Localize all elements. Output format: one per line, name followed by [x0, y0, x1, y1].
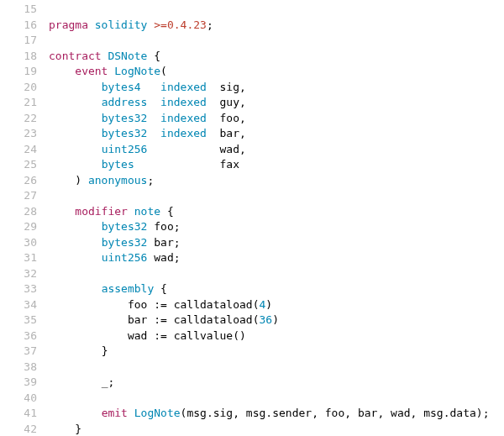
code-line[interactable]: uint256 wad,	[49, 142, 504, 158]
code-line[interactable]	[49, 360, 504, 376]
code-token: solidity	[95, 18, 148, 31]
code-token: bar	[220, 127, 239, 139]
code-token	[154, 282, 160, 295]
code-token: ,	[312, 407, 325, 419]
code-token: (	[160, 65, 167, 77]
code-token: );	[476, 407, 490, 419]
code-token: wad	[220, 143, 239, 155]
code-token: >=0.4.23	[154, 18, 207, 31]
code-line[interactable]: assembly {	[49, 281, 504, 297]
code-token: ;	[207, 18, 213, 31]
code-line[interactable]: bytes32 indexed foo,	[49, 111, 504, 127]
code-token	[128, 407, 134, 419]
line-number: 41	[0, 406, 37, 422]
code-token: wad	[154, 251, 173, 264]
code-token: ;	[174, 251, 181, 264]
code-line[interactable]	[49, 188, 504, 204]
line-number: 23	[0, 126, 37, 142]
code-token: anonymous	[88, 174, 147, 186]
code-token: ()	[233, 329, 246, 342]
code-line[interactable]: bar := calldataload(36)	[49, 313, 504, 328]
code-token: {	[154, 50, 160, 62]
code-token	[49, 205, 75, 218]
line-number: 27	[0, 188, 37, 204]
code-line[interactable]: }	[49, 422, 504, 437]
code-token	[49, 329, 128, 342]
code-token	[49, 96, 102, 108]
code-line[interactable]: event LogNote(	[49, 64, 504, 80]
code-line[interactable]: ) anonymous;	[49, 173, 504, 189]
code-line[interactable]: emit LogNote(msg.sig, msg.sender, foo, b…	[49, 406, 504, 422]
code-token	[49, 143, 102, 155]
code-token	[147, 112, 160, 124]
code-token: guy	[220, 96, 239, 108]
code-token: wad	[128, 329, 147, 342]
code-line[interactable]: uint256 wad;	[49, 250, 504, 266]
code-token: 36	[259, 313, 272, 326]
code-token: contract	[49, 50, 102, 62]
code-token: note	[134, 205, 160, 218]
code-token	[49, 127, 102, 139]
code-token: assembly	[102, 282, 155, 295]
code-token: calldataload	[174, 298, 253, 311]
line-number: 18	[0, 49, 37, 65]
code-token: :=	[154, 313, 167, 326]
code-line[interactable]: pragma solidity >=0.4.23;	[49, 18, 504, 34]
code-token: {	[160, 282, 167, 295]
code-token: foo	[154, 220, 173, 233]
code-token	[49, 407, 102, 419]
code-token: bytes32	[102, 220, 148, 233]
code-line[interactable]: modifier note {	[49, 204, 504, 220]
line-number: 16	[0, 18, 37, 34]
code-token: modifier	[75, 205, 128, 218]
line-number: 38	[0, 360, 37, 376]
code-token: msg	[246, 407, 265, 419]
code-area[interactable]: pragma solidity >=0.4.23;contract DSNote…	[49, 2, 504, 436]
code-line[interactable]: bytes32 indexed bar,	[49, 126, 504, 142]
code-token: bar	[154, 236, 173, 249]
code-line[interactable]: _;	[49, 375, 504, 391]
code-token	[49, 174, 75, 186]
code-token: msg	[186, 407, 206, 419]
code-token	[141, 81, 160, 93]
code-token: sig	[213, 407, 233, 419]
code-line[interactable]: }	[49, 344, 504, 360]
code-line[interactable]: bytes fax	[49, 157, 504, 173]
code-token	[49, 298, 128, 311]
code-token: indexed	[160, 112, 207, 124]
code-token: bytes	[102, 158, 134, 171]
code-line[interactable]	[49, 391, 504, 407]
line-number: 40	[0, 391, 37, 407]
code-line[interactable]: contract DSNote {	[49, 49, 504, 65]
code-token: event	[75, 65, 108, 77]
code-token	[49, 423, 75, 435]
code-token: fax	[220, 158, 239, 171]
code-token	[49, 282, 102, 295]
line-number: 34	[0, 297, 37, 313]
code-token: ,	[233, 407, 246, 419]
code-line[interactable]: bytes4 indexed sig,	[49, 80, 504, 96]
code-token: data	[450, 407, 476, 419]
code-token: :=	[154, 329, 167, 342]
code-token	[160, 205, 167, 218]
code-line[interactable]: wad := callvalue()	[49, 328, 504, 344]
code-token: ;	[174, 236, 181, 249]
line-number: 19	[0, 64, 37, 80]
code-line[interactable]: address indexed guy,	[49, 95, 504, 111]
code-line[interactable]	[49, 266, 504, 282]
code-token: ,	[344, 407, 358, 419]
line-number: 37	[0, 344, 37, 360]
code-line[interactable]: foo := calldataload(4)	[49, 297, 504, 313]
code-token	[49, 344, 102, 357]
code-token	[49, 81, 102, 93]
code-token	[81, 174, 88, 186]
code-token: ;	[108, 376, 114, 388]
code-token: address	[102, 96, 148, 108]
code-token: wad	[391, 407, 410, 419]
code-token: ,	[239, 96, 246, 108]
code-line[interactable]	[49, 33, 504, 49]
code-token: }	[75, 423, 81, 435]
code-line[interactable]: bytes32 bar;	[49, 235, 504, 251]
code-line[interactable]: bytes32 foo;	[49, 219, 504, 235]
code-line[interactable]	[49, 2, 504, 18]
